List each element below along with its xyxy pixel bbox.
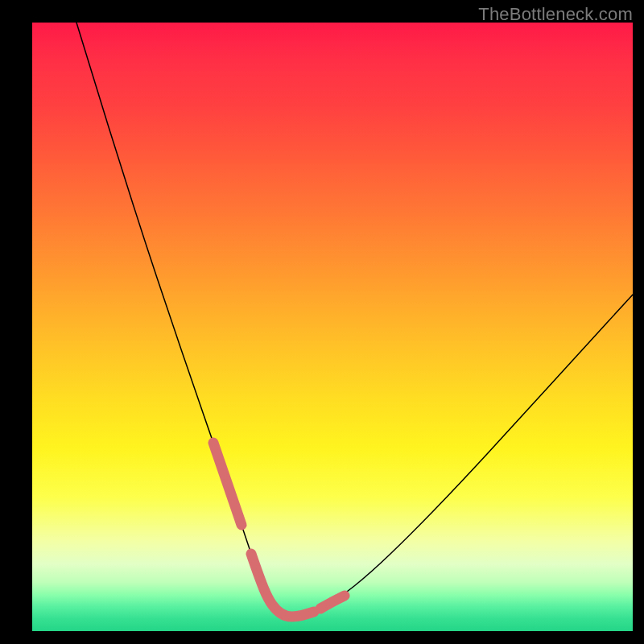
highlight-segment-2 (320, 596, 345, 609)
curve-svg (32, 23, 633, 631)
bottleneck-curve (76, 23, 633, 617)
highlight-segment-0 (213, 443, 242, 525)
highlight-group (213, 443, 345, 617)
watermark-text: TheBottleneck.com (478, 4, 633, 25)
plot-area (32, 23, 633, 631)
highlight-segment-1 (251, 554, 314, 617)
chart-frame: TheBottleneck.com (0, 0, 644, 644)
